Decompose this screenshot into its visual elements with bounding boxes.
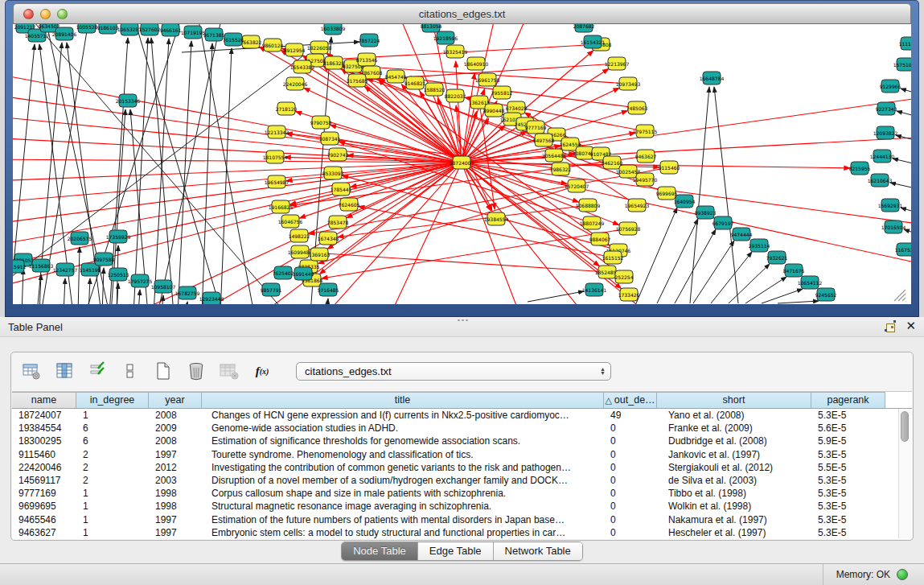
table-row[interactable]: 946362711997Embryonic stem cells: a mode… xyxy=(12,526,912,539)
select-all-icon[interactable] xyxy=(87,360,108,381)
table-cell[interactable]: 0 xyxy=(604,461,657,474)
table-cell[interactable]: 0 xyxy=(604,487,657,500)
table-row[interactable]: 1830029562008Estimation of significance … xyxy=(12,435,912,447)
panel-divider-grip[interactable] xyxy=(457,319,468,322)
table-cell[interactable]: Structural magnetic resonance image aver… xyxy=(202,500,604,513)
function-builder-button[interactable]: f(x) xyxy=(252,360,273,381)
table-cell[interactable]: 5.3E-5 xyxy=(811,448,885,461)
table-cell[interactable]: Embryonic stem cells: a model to study s… xyxy=(202,526,604,539)
table-cell[interactable]: 0 xyxy=(604,513,657,526)
table-cell[interactable]: de Silva et al. (2003) xyxy=(657,474,811,487)
table-cell[interactable]: Hescheler et al. (1997) xyxy=(657,526,811,539)
table-row[interactable]: 1456911722003Disruption of a novel membe… xyxy=(12,474,912,487)
tab-network-table[interactable]: Network Table xyxy=(494,542,582,560)
table-cell[interactable]: 5.3E-5 xyxy=(811,513,885,526)
table-cell[interactable]: 0 xyxy=(604,526,657,539)
memory-ok-indicator[interactable] xyxy=(897,569,908,580)
table-cell[interactable]: 2 xyxy=(76,448,149,461)
scrollbar-thumb[interactable] xyxy=(901,411,909,442)
delete-column-icon[interactable] xyxy=(219,360,240,381)
tab-node-table[interactable]: Node Table xyxy=(342,542,418,560)
table-cell[interactable]: 22420046 xyxy=(12,461,76,474)
table-cell[interactable]: 1998 xyxy=(149,487,202,500)
table-cell[interactable]: Genome-wide association studies in ADHD. xyxy=(202,422,604,435)
table-cell[interactable]: 6 xyxy=(76,435,149,447)
table-cell[interactable]: 1998 xyxy=(149,500,202,513)
table-row[interactable]: 969969511998Structural magnetic resonanc… xyxy=(12,500,912,513)
table-cell[interactable]: 5.3E-5 xyxy=(811,526,885,539)
table-cell[interactable]: 14569117 xyxy=(12,474,76,487)
table-cell[interactable]: 9699695 xyxy=(12,500,76,513)
table-cell[interactable]: 5.3E-5 xyxy=(811,409,885,422)
table-cell[interactable]: 5.3E-5 xyxy=(811,474,885,487)
table-cell[interactable]: Yano et al. (2008) xyxy=(657,409,811,422)
delete-table-icon[interactable] xyxy=(186,360,207,381)
table-cell[interactable]: Stergiakouli et al. (2012) xyxy=(657,461,811,474)
table-cell[interactable]: Estimation of significance thresholds fo… xyxy=(202,435,604,447)
table-cell[interactable]: 1 xyxy=(76,513,149,526)
table-row[interactable]: 911546021997Tourette syndrome. Phenomeno… xyxy=(12,448,912,461)
table-cell[interactable]: 1997 xyxy=(149,448,202,461)
table-cell[interactable]: Dudbridge et al. (2008) xyxy=(657,435,811,447)
table-cell[interactable]: 1 xyxy=(76,409,149,422)
column-header-in-degree[interactable]: in_degree xyxy=(76,392,149,408)
column-header-pagerank[interactable]: pagerank xyxy=(811,392,885,408)
table-cell[interactable]: Franke et al. (2009) xyxy=(657,422,811,435)
table-cell[interactable]: 49 xyxy=(604,409,657,422)
table-cell[interactable]: 2008 xyxy=(149,435,202,447)
column-header-name[interactable]: name xyxy=(12,392,76,408)
table-cell[interactable]: 18724007 xyxy=(12,409,76,422)
table-cell[interactable]: Disruption of a novel member of a sodium… xyxy=(202,474,604,487)
table-cell[interactable]: 18300295 xyxy=(12,435,76,447)
table-row[interactable]: 977716911998Corpus callosum shape and si… xyxy=(12,487,912,500)
table-cell[interactable]: Changes of HCN gene expression and I(f) … xyxy=(202,409,604,422)
table-cell[interactable]: Tourette syndrome. Phenomenology and cla… xyxy=(202,448,604,461)
table-cell[interactable]: 1997 xyxy=(149,526,202,539)
table-row[interactable]: 1872400712008Changes of HCN gene express… xyxy=(12,409,912,422)
close-panel-icon[interactable]: ✕ xyxy=(906,320,916,332)
table-cell[interactable]: Investigating the contribution of common… xyxy=(202,461,604,474)
column-header-title[interactable]: title xyxy=(202,392,604,408)
table-cell[interactable]: 2003 xyxy=(149,474,202,487)
window-titlebar[interactable]: citations_edges.txt xyxy=(13,3,911,24)
table-options-icon[interactable] xyxy=(21,360,42,381)
vertical-scrollbar[interactable] xyxy=(898,409,911,538)
table-cell[interactable]: 5.6E-5 xyxy=(811,422,885,435)
table-cell[interactable]: Corpus callosum shape and size in male p… xyxy=(202,487,604,500)
clear-selection-icon[interactable] xyxy=(120,360,141,381)
table-cell[interactable]: 1 xyxy=(76,500,149,513)
column-header-out-de-[interactable]: △out_de… xyxy=(604,392,657,408)
table-cell[interactable]: 6 xyxy=(76,422,149,435)
table-cell[interactable]: 2 xyxy=(76,461,149,474)
resize-grip-icon[interactable] xyxy=(894,290,906,301)
table-cell[interactable]: 19384554 xyxy=(12,422,76,435)
table-cell[interactable]: 9777169 xyxy=(12,487,76,500)
table-cell[interactable]: Wolkin et al. (1998) xyxy=(657,500,811,513)
table-cell[interactable]: 1 xyxy=(76,526,149,539)
table-row[interactable]: 946554611997Estimation of the future num… xyxy=(12,513,912,526)
table-cell[interactable]: 9463627 xyxy=(12,526,76,539)
table-cell[interactable]: 0 xyxy=(604,500,657,513)
table-cell[interactable]: 9465546 xyxy=(12,513,76,526)
table-cell[interactable]: 1 xyxy=(76,487,149,500)
table-selector-dropdown[interactable]: citations_edges.txt ▲▼ xyxy=(296,362,611,381)
table-cell[interactable]: 0 xyxy=(604,448,657,461)
table-row[interactable]: 2242004622012Investigating the contribut… xyxy=(12,461,912,474)
table-cell[interactable]: 5.3E-5 xyxy=(811,487,885,500)
float-panel-icon[interactable] xyxy=(885,320,896,332)
table-cell[interactable]: Jankovic et al. (1997) xyxy=(657,448,811,461)
table-cell[interactable]: 0 xyxy=(604,422,657,435)
table-cell[interactable]: 2009 xyxy=(149,422,202,435)
table-cell[interactable]: Estimation of the future numbers of pati… xyxy=(202,513,604,526)
table-cell[interactable]: 2012 xyxy=(149,461,202,474)
tab-edge-table[interactable]: Edge Table xyxy=(418,542,494,560)
table-cell[interactable]: 5.5E-5 xyxy=(811,461,885,474)
show-columns-icon[interactable] xyxy=(54,360,75,381)
table-cell[interactable]: 5.9E-5 xyxy=(811,435,885,447)
table-cell[interactable]: 1997 xyxy=(149,513,202,526)
table-cell[interactable]: 2 xyxy=(76,474,149,487)
column-header-year[interactable]: year xyxy=(149,392,202,408)
table-cell[interactable]: 0 xyxy=(604,435,657,447)
column-header-short[interactable]: short xyxy=(657,392,811,408)
table-cell[interactable]: 2008 xyxy=(149,409,202,422)
